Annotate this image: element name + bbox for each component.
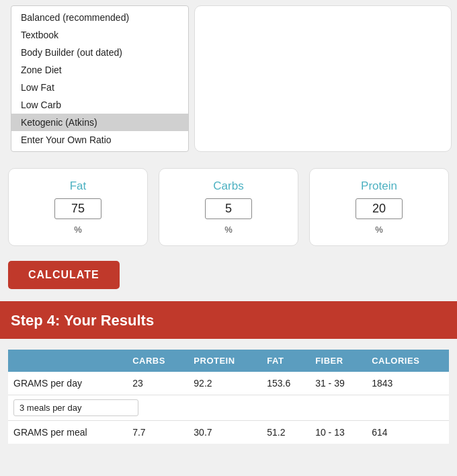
carbs-unit: % xyxy=(224,225,233,235)
table-row: GRAMS per day2392.2153.631 - 391843 xyxy=(8,372,449,395)
table-header: FAT xyxy=(261,350,310,372)
table-cell: GRAMS per meal xyxy=(8,421,127,444)
table-header: PROTEIN xyxy=(188,350,261,372)
calculate-button[interactable]: CALCULATE xyxy=(8,261,120,289)
fat-input[interactable] xyxy=(54,198,101,219)
dropdown-item[interactable]: Low Fat xyxy=(11,79,188,96)
carbs-input[interactable] xyxy=(205,198,252,219)
dropdown-item[interactable]: Low Carb xyxy=(11,96,188,114)
results-table: CARBSPROTEINFATFIBERCALORIES GRAMS per d… xyxy=(8,350,449,444)
carbs-card: Carbs % xyxy=(159,168,298,246)
dropdown-item[interactable]: Balanced (recommended) xyxy=(11,9,188,26)
fat-unit: % xyxy=(74,225,82,235)
protein-label: Protein xyxy=(361,180,397,193)
carbs-label: Carbs xyxy=(213,180,243,193)
right-panel-placeholder xyxy=(194,5,452,152)
table-cell: 7.7 xyxy=(127,421,188,444)
meals-cell xyxy=(8,395,449,421)
results-section: CARBSPROTEINFATFIBERCALORIES GRAMS per d… xyxy=(0,339,457,452)
macro-cards-section: Fat % Carbs % Protein % xyxy=(0,157,457,257)
top-area: Balanced (recommended)TextbookBody Build… xyxy=(0,0,457,157)
dropdown-item[interactable]: Enter Your Own Ratio xyxy=(11,131,188,149)
table-header: CALORIES xyxy=(366,350,449,372)
table-cell: 23 xyxy=(127,372,188,395)
table-cell: 153.6 xyxy=(261,372,310,395)
fat-card: Fat % xyxy=(8,168,148,246)
diet-type-dropdown[interactable]: Balanced (recommended)TextbookBody Build… xyxy=(11,5,189,152)
protein-unit: % xyxy=(375,225,383,235)
dropdown-item[interactable]: Body Builder (out dated) xyxy=(11,44,188,61)
table-cell: GRAMS per day xyxy=(8,372,127,395)
table-header: FIBER xyxy=(310,350,366,372)
table-header: CARBS xyxy=(127,350,188,372)
table-cell: 31 - 39 xyxy=(310,372,366,395)
protein-input[interactable] xyxy=(356,198,403,219)
table-cell: 51.2 xyxy=(261,421,310,444)
calculate-btn-area: CALCULATE xyxy=(0,257,457,301)
meals-row xyxy=(8,395,449,421)
table-cell: 92.2 xyxy=(188,372,261,395)
step4-heading: Step 4: Your Results xyxy=(0,303,457,339)
table-header xyxy=(8,350,127,372)
table-cell: 614 xyxy=(366,421,449,444)
table-cell: 1843 xyxy=(366,372,449,395)
dropdown-item[interactable]: Textbook xyxy=(11,26,188,44)
dropdown-item[interactable]: Zone Diet xyxy=(11,61,188,79)
meals-per-day-input[interactable] xyxy=(13,399,138,416)
dropdown-item[interactable]: Ketogenic (Atkins) xyxy=(11,114,188,131)
table-cell: 10 - 13 xyxy=(310,421,366,444)
table-row: GRAMS per meal7.730.751.210 - 13614 xyxy=(8,421,449,444)
fat-label: Fat xyxy=(70,180,87,193)
table-cell: 30.7 xyxy=(188,421,261,444)
protein-card: Protein % xyxy=(309,168,449,246)
